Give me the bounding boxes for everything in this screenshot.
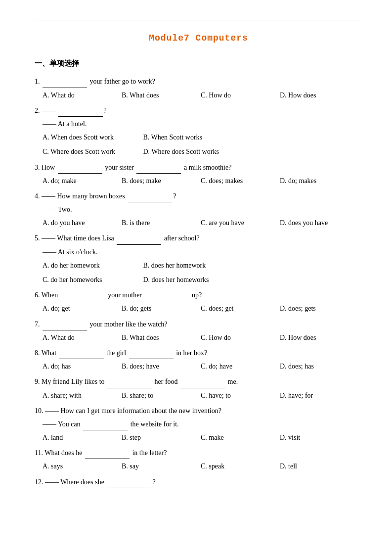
q11-blank xyxy=(85,459,130,459)
q8-line: 8. What the girl in her box? xyxy=(35,347,362,359)
q3-num: 3. How xyxy=(35,164,57,171)
q2-num: 2. —— xyxy=(35,107,57,114)
q5-optB: B. does her homework xyxy=(143,259,242,272)
q1-options: A. What do B. What does C. How do D. How… xyxy=(43,89,362,101)
q10-blank xyxy=(83,430,128,430)
q5-options2: C. do her homeworks D. does her homework… xyxy=(43,274,362,286)
question-6: 6. When your mother up? A. do; get B. do… xyxy=(35,289,362,315)
q6-line: 6. When your mother up? xyxy=(35,289,362,301)
top-border xyxy=(35,20,362,20)
q9-optC: C. have; to xyxy=(201,389,280,402)
q1-blank xyxy=(43,88,87,88)
q4-optB: B. is there xyxy=(122,217,201,229)
q8-blank2 xyxy=(129,359,174,359)
q8-options: A. do; has B. does; have C. do; have D. … xyxy=(43,360,362,372)
q1-text: your father go to work? xyxy=(88,78,155,85)
q1-optD: D. How does xyxy=(280,89,359,101)
q11-optC: C. speak xyxy=(201,460,280,472)
question-3: 3. How your sister a milk smoothie? A. d… xyxy=(35,161,362,187)
q6-blank2 xyxy=(145,301,189,301)
q10-options: A. land B. step C. make D. visit xyxy=(43,431,362,444)
q7-num: 7. xyxy=(35,321,42,328)
q8-optC: C. do; have xyxy=(201,360,280,372)
q1-optB: B. What does xyxy=(122,89,201,101)
q2-optD: D. Where does Scott works xyxy=(143,145,242,158)
q9-blank2 xyxy=(180,388,225,388)
q6-optB: B. do; gets xyxy=(122,302,201,315)
q10-optB: B. step xyxy=(122,431,201,444)
question-1: 1. your father go to work? A. What do B.… xyxy=(35,75,362,101)
q11-line: 11. What does he in the letter? xyxy=(35,447,362,459)
q8-optD: D. does; has xyxy=(280,360,359,372)
section-header: 一、单项选择 xyxy=(35,57,362,70)
q6-optC: C. does; get xyxy=(201,302,280,315)
q3-text: a milk smoothie? xyxy=(182,164,231,171)
q11-optB: B. say xyxy=(122,460,201,472)
q2-options2: C. Where does Scott work D. Where does S… xyxy=(43,145,362,158)
q3-options: A. do; make B. does; make C. does; makes… xyxy=(43,175,362,187)
q12-num: 12. —— Where does she xyxy=(35,478,106,486)
q12-line: 12. —— Where does she ? xyxy=(35,476,362,488)
q4-options: A. do you have B. is there C. are you ha… xyxy=(43,217,362,229)
q8-optA: A. do; has xyxy=(43,360,122,372)
question-11: 11. What does he in the letter? A. says … xyxy=(35,447,362,472)
q3-optD: D. do; makes xyxy=(280,175,359,187)
q4-line: 4. —— How many brown boxes ? xyxy=(35,190,362,202)
q7-text: your mother like the watch? xyxy=(88,321,168,328)
q5-optD: D. does her homeworks xyxy=(143,274,242,286)
q7-blank xyxy=(43,330,87,330)
q7-optA: A. What do xyxy=(43,331,122,344)
q10-optD: D. visit xyxy=(280,431,359,444)
q5-line: 5. —— What time does Lisa after school? xyxy=(35,232,362,244)
q9-optB: B. share; to xyxy=(122,389,201,402)
q6-mid: your mother xyxy=(106,291,144,299)
q8-optB: B. does; have xyxy=(122,360,201,372)
q8-blank1 xyxy=(59,359,104,359)
q4-text: ? xyxy=(173,192,176,200)
q7-optD: D. How does xyxy=(280,331,359,344)
question-8: 8. What the girl in her box? A. do; has … xyxy=(35,347,362,372)
q3-optB: B. does; make xyxy=(122,175,201,187)
q2-text: ? xyxy=(104,107,107,114)
q6-optA: A. do; get xyxy=(43,302,122,315)
q6-blank1 xyxy=(61,301,105,301)
question-4: 4. —— How many brown boxes ? —— Two. A. … xyxy=(35,190,362,230)
q4-sub: —— Two. xyxy=(43,203,362,216)
q11-text: in the letter? xyxy=(131,449,167,457)
q3-line: 3. How your sister a milk smoothie? xyxy=(35,161,362,174)
q5-sub: —— At six o'clock. xyxy=(43,246,362,258)
question-10: 10. —— How can I get more information ab… xyxy=(35,405,362,444)
q2-line: 2. —— ? xyxy=(35,104,362,117)
q2-options1: A. When does Scott work B. When Scott wo… xyxy=(43,131,362,143)
q5-text: after school? xyxy=(162,234,199,242)
q6-text: up? xyxy=(190,291,202,299)
q8-text: in her box? xyxy=(174,349,207,357)
q8-num: 8. What xyxy=(35,349,58,357)
q9-mid: her food xyxy=(153,378,179,385)
q1-optC: C. How do xyxy=(201,89,280,101)
q5-optC: C. do her homeworks xyxy=(43,274,141,286)
q7-optB: B. What does xyxy=(122,331,201,344)
q11-num: 11. What does he xyxy=(35,449,84,457)
q9-blank1 xyxy=(107,388,152,388)
q9-text: me. xyxy=(226,378,238,385)
q10-optC: C. make xyxy=(201,431,280,444)
q3-blank2 xyxy=(136,173,181,174)
q3-mid: your sister xyxy=(103,164,136,171)
q7-options: A. What do B. What does C. How do D. How… xyxy=(43,331,362,344)
q2-optC: C. Where does Scott work xyxy=(43,145,141,158)
q4-optD: D. does you have xyxy=(280,217,359,229)
question-5: 5. —— What time does Lisa after school? … xyxy=(35,232,362,286)
q8-mid: the girl xyxy=(105,349,128,357)
q5-blank xyxy=(117,244,161,245)
q5-num: 5. —— What time does Lisa xyxy=(35,234,116,242)
q4-blank xyxy=(128,202,172,202)
question-9: 9. My friend Lily likes to her food me. … xyxy=(35,375,362,401)
question-12: 12. —— Where does she ? xyxy=(35,476,362,488)
q3-blank1 xyxy=(58,173,102,174)
q10-optA: A. land xyxy=(43,431,122,444)
q4-num: 4. —— How many brown boxes xyxy=(35,192,127,200)
q2-sub: —— At a hotel. xyxy=(43,118,362,130)
q12-blank xyxy=(107,488,151,488)
q1-num: 1. xyxy=(35,78,42,85)
